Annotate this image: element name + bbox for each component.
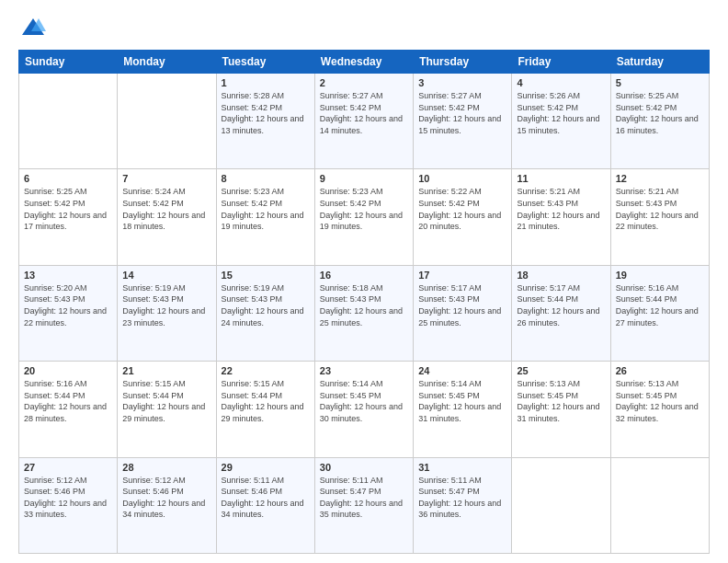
- day-info: Sunrise: 5:13 AMSunset: 5:45 PMDaylight:…: [616, 378, 704, 424]
- calendar-cell: 6Sunrise: 5:25 AMSunset: 5:42 PMDaylight…: [19, 169, 118, 265]
- day-info: Sunrise: 5:19 AMSunset: 5:43 PMDaylight:…: [122, 282, 210, 328]
- day-info: Sunrise: 5:11 AMSunset: 5:47 PMDaylight:…: [418, 475, 506, 521]
- weekday-header-saturday: Saturday: [610, 51, 709, 74]
- week-row-1: 1Sunrise: 5:28 AMSunset: 5:42 PMDaylight…: [19, 74, 710, 169]
- day-info: Sunrise: 5:26 AMSunset: 5:42 PMDaylight:…: [517, 90, 605, 136]
- day-info: Sunrise: 5:27 AMSunset: 5:42 PMDaylight:…: [320, 90, 408, 136]
- day-info: Sunrise: 5:18 AMSunset: 5:43 PMDaylight:…: [320, 282, 408, 328]
- day-number: 26: [616, 365, 704, 376]
- day-info: Sunrise: 5:16 AMSunset: 5:44 PMDaylight:…: [616, 282, 704, 328]
- day-info: Sunrise: 5:22 AMSunset: 5:42 PMDaylight:…: [418, 186, 506, 232]
- day-info: Sunrise: 5:21 AMSunset: 5:43 PMDaylight:…: [517, 186, 605, 232]
- day-info: Sunrise: 5:21 AMSunset: 5:43 PMDaylight:…: [616, 186, 704, 232]
- day-number: 30: [320, 462, 408, 473]
- calendar-cell: 7Sunrise: 5:24 AMSunset: 5:42 PMDaylight…: [118, 169, 216, 265]
- logo-icon: [20, 15, 46, 40]
- calendar-cell: 5Sunrise: 5:25 AMSunset: 5:42 PMDaylight…: [610, 74, 709, 169]
- day-number: 15: [222, 270, 310, 281]
- day-number: 25: [517, 365, 605, 376]
- day-info: Sunrise: 5:20 AMSunset: 5:43 PMDaylight:…: [24, 282, 112, 328]
- week-row-4: 20Sunrise: 5:16 AMSunset: 5:44 PMDayligh…: [19, 362, 710, 457]
- calendar-cell: [19, 74, 118, 169]
- logo: [18, 15, 46, 40]
- day-number: 23: [320, 365, 408, 376]
- calendar-cell: 1Sunrise: 5:28 AMSunset: 5:42 PMDaylight…: [216, 74, 314, 169]
- calendar-cell: 17Sunrise: 5:17 AMSunset: 5:43 PMDayligh…: [414, 265, 512, 361]
- day-number: 20: [24, 365, 112, 376]
- day-number: 8: [222, 173, 310, 184]
- calendar-cell: [610, 457, 709, 553]
- calendar-cell: 27Sunrise: 5:12 AMSunset: 5:46 PMDayligh…: [19, 457, 118, 553]
- day-number: 24: [418, 365, 506, 376]
- day-number: 31: [418, 462, 506, 473]
- calendar-cell: 26Sunrise: 5:13 AMSunset: 5:45 PMDayligh…: [610, 362, 709, 457]
- weekday-header-row: SundayMondayTuesdayWednesdayThursdayFrid…: [19, 51, 710, 74]
- day-info: Sunrise: 5:14 AMSunset: 5:45 PMDaylight:…: [320, 378, 408, 424]
- day-info: Sunrise: 5:15 AMSunset: 5:44 PMDaylight:…: [122, 378, 210, 424]
- calendar-cell: 12Sunrise: 5:21 AMSunset: 5:43 PMDayligh…: [610, 169, 709, 265]
- weekday-header-monday: Monday: [118, 51, 216, 74]
- weekday-header-tuesday: Tuesday: [216, 51, 314, 74]
- day-number: 6: [24, 173, 112, 184]
- calendar-cell: 18Sunrise: 5:17 AMSunset: 5:44 PMDayligh…: [512, 265, 610, 361]
- day-number: 2: [320, 77, 408, 88]
- header: [18, 15, 710, 40]
- day-number: 16: [320, 270, 408, 281]
- calendar-cell: 24Sunrise: 5:14 AMSunset: 5:45 PMDayligh…: [414, 362, 512, 457]
- calendar-table: SundayMondayTuesdayWednesdayThursdayFrid…: [18, 50, 710, 554]
- day-info: Sunrise: 5:14 AMSunset: 5:45 PMDaylight:…: [418, 378, 506, 424]
- day-info: Sunrise: 5:28 AMSunset: 5:42 PMDaylight:…: [222, 90, 310, 136]
- day-info: Sunrise: 5:13 AMSunset: 5:45 PMDaylight:…: [517, 378, 605, 424]
- day-info: Sunrise: 5:16 AMSunset: 5:44 PMDaylight:…: [24, 378, 112, 424]
- day-info: Sunrise: 5:15 AMSunset: 5:44 PMDaylight:…: [222, 378, 310, 424]
- day-number: 19: [616, 270, 704, 281]
- calendar-cell: 15Sunrise: 5:19 AMSunset: 5:43 PMDayligh…: [216, 265, 314, 361]
- day-info: Sunrise: 5:17 AMSunset: 5:44 PMDaylight:…: [517, 282, 605, 328]
- week-row-5: 27Sunrise: 5:12 AMSunset: 5:46 PMDayligh…: [19, 457, 710, 553]
- day-number: 14: [122, 270, 210, 281]
- day-number: 1: [222, 77, 310, 88]
- calendar-cell: 20Sunrise: 5:16 AMSunset: 5:44 PMDayligh…: [19, 362, 118, 457]
- day-number: 4: [517, 77, 605, 88]
- day-info: Sunrise: 5:11 AMSunset: 5:47 PMDaylight:…: [320, 475, 408, 521]
- calendar-cell: 19Sunrise: 5:16 AMSunset: 5:44 PMDayligh…: [610, 265, 709, 361]
- day-number: 12: [616, 173, 704, 184]
- calendar-cell: 10Sunrise: 5:22 AMSunset: 5:42 PMDayligh…: [414, 169, 512, 265]
- calendar-cell: 4Sunrise: 5:26 AMSunset: 5:42 PMDaylight…: [512, 74, 610, 169]
- calendar-cell: 14Sunrise: 5:19 AMSunset: 5:43 PMDayligh…: [118, 265, 216, 361]
- day-number: 27: [24, 462, 112, 473]
- day-number: 3: [418, 77, 506, 88]
- day-info: Sunrise: 5:19 AMSunset: 5:43 PMDaylight:…: [222, 282, 310, 328]
- day-info: Sunrise: 5:24 AMSunset: 5:42 PMDaylight:…: [122, 186, 210, 232]
- day-info: Sunrise: 5:23 AMSunset: 5:42 PMDaylight:…: [222, 186, 310, 232]
- week-row-3: 13Sunrise: 5:20 AMSunset: 5:43 PMDayligh…: [19, 265, 710, 361]
- day-number: 10: [418, 173, 506, 184]
- day-number: 28: [122, 462, 210, 473]
- calendar-cell: 23Sunrise: 5:14 AMSunset: 5:45 PMDayligh…: [314, 362, 413, 457]
- weekday-header-thursday: Thursday: [414, 51, 512, 74]
- calendar-cell: 31Sunrise: 5:11 AMSunset: 5:47 PMDayligh…: [414, 457, 512, 553]
- day-number: 11: [517, 173, 605, 184]
- calendar-cell: 9Sunrise: 5:23 AMSunset: 5:42 PMDaylight…: [314, 169, 413, 265]
- day-number: 9: [320, 173, 408, 184]
- calendar-cell: 22Sunrise: 5:15 AMSunset: 5:44 PMDayligh…: [216, 362, 314, 457]
- day-number: 7: [122, 173, 210, 184]
- day-number: 13: [24, 270, 112, 281]
- week-row-2: 6Sunrise: 5:25 AMSunset: 5:42 PMDaylight…: [19, 169, 710, 265]
- weekday-header-sunday: Sunday: [19, 51, 118, 74]
- day-info: Sunrise: 5:11 AMSunset: 5:46 PMDaylight:…: [222, 475, 310, 521]
- weekday-header-friday: Friday: [512, 51, 610, 74]
- calendar-cell: 11Sunrise: 5:21 AMSunset: 5:43 PMDayligh…: [512, 169, 610, 265]
- day-info: Sunrise: 5:27 AMSunset: 5:42 PMDaylight:…: [418, 90, 506, 136]
- calendar-cell: 21Sunrise: 5:15 AMSunset: 5:44 PMDayligh…: [118, 362, 216, 457]
- calendar-page: SundayMondayTuesdayWednesdayThursdayFrid…: [0, 0, 728, 563]
- day-number: 21: [122, 365, 210, 376]
- day-number: 29: [222, 462, 310, 473]
- calendar-cell: 8Sunrise: 5:23 AMSunset: 5:42 PMDaylight…: [216, 169, 314, 265]
- calendar-cell: 16Sunrise: 5:18 AMSunset: 5:43 PMDayligh…: [314, 265, 413, 361]
- day-number: 5: [616, 77, 704, 88]
- day-info: Sunrise: 5:25 AMSunset: 5:42 PMDaylight:…: [616, 90, 704, 136]
- calendar-cell: 2Sunrise: 5:27 AMSunset: 5:42 PMDaylight…: [314, 74, 413, 169]
- day-number: 18: [517, 270, 605, 281]
- calendar-cell: 30Sunrise: 5:11 AMSunset: 5:47 PMDayligh…: [314, 457, 413, 553]
